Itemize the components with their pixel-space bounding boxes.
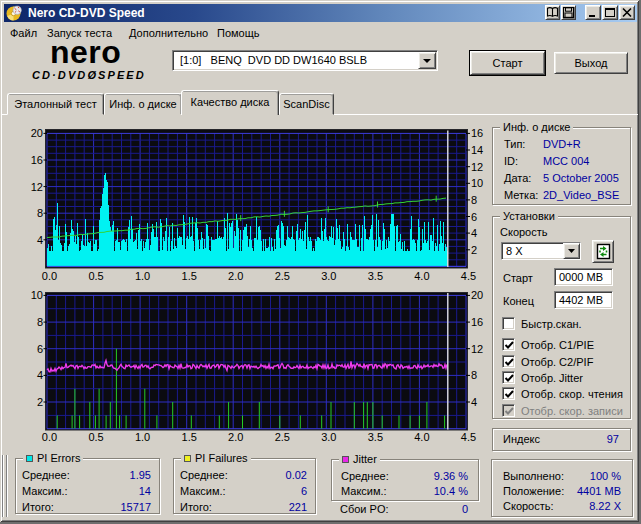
svg-text:1.5: 1.5 bbox=[182, 270, 197, 282]
svg-text:4.0: 4.0 bbox=[414, 270, 429, 282]
svg-text:2.5: 2.5 bbox=[275, 270, 290, 282]
svg-text:3.0: 3.0 bbox=[321, 431, 336, 443]
svg-text:20: 20 bbox=[471, 289, 483, 301]
svg-text:6: 6 bbox=[37, 343, 43, 355]
svg-text:4: 4 bbox=[37, 369, 43, 381]
svg-text:3.5: 3.5 bbox=[368, 431, 383, 443]
svg-text:2: 2 bbox=[471, 244, 477, 256]
svg-text:0.0: 0.0 bbox=[42, 270, 57, 282]
svg-text:14: 14 bbox=[471, 144, 483, 156]
svg-text:2: 2 bbox=[37, 396, 43, 408]
svg-text:10: 10 bbox=[471, 177, 483, 189]
svg-text:2.0: 2.0 bbox=[228, 431, 243, 443]
svg-text:1.0: 1.0 bbox=[135, 431, 150, 443]
svg-text:4: 4 bbox=[471, 396, 477, 408]
svg-text:0.5: 0.5 bbox=[88, 431, 103, 443]
svg-text:12: 12 bbox=[31, 181, 43, 193]
svg-text:12: 12 bbox=[471, 161, 483, 173]
svg-text:4.5: 4.5 bbox=[461, 431, 476, 443]
svg-text:10: 10 bbox=[31, 289, 43, 301]
svg-text:4: 4 bbox=[471, 227, 477, 239]
svg-text:4.5: 4.5 bbox=[461, 270, 476, 282]
svg-text:16: 16 bbox=[471, 316, 483, 328]
svg-text:16: 16 bbox=[471, 127, 483, 139]
svg-text:4.0: 4.0 bbox=[414, 431, 429, 443]
svg-text:1.5: 1.5 bbox=[182, 431, 197, 443]
svg-text:8: 8 bbox=[471, 369, 477, 381]
svg-text:16: 16 bbox=[31, 154, 43, 166]
svg-text:3.5: 3.5 bbox=[368, 270, 383, 282]
svg-text:4: 4 bbox=[37, 234, 43, 246]
svg-text:0.5: 0.5 bbox=[88, 270, 103, 282]
svg-text:6: 6 bbox=[471, 211, 477, 223]
svg-text:3.0: 3.0 bbox=[321, 270, 336, 282]
svg-text:8: 8 bbox=[37, 207, 43, 219]
svg-text:12: 12 bbox=[471, 343, 483, 355]
svg-text:2.0: 2.0 bbox=[228, 270, 243, 282]
svg-text:0.0: 0.0 bbox=[42, 431, 57, 443]
svg-text:2.5: 2.5 bbox=[275, 431, 290, 443]
svg-text:8: 8 bbox=[37, 316, 43, 328]
svg-text:8: 8 bbox=[471, 194, 477, 206]
svg-text:20: 20 bbox=[31, 127, 43, 139]
svg-text:1.0: 1.0 bbox=[135, 270, 150, 282]
